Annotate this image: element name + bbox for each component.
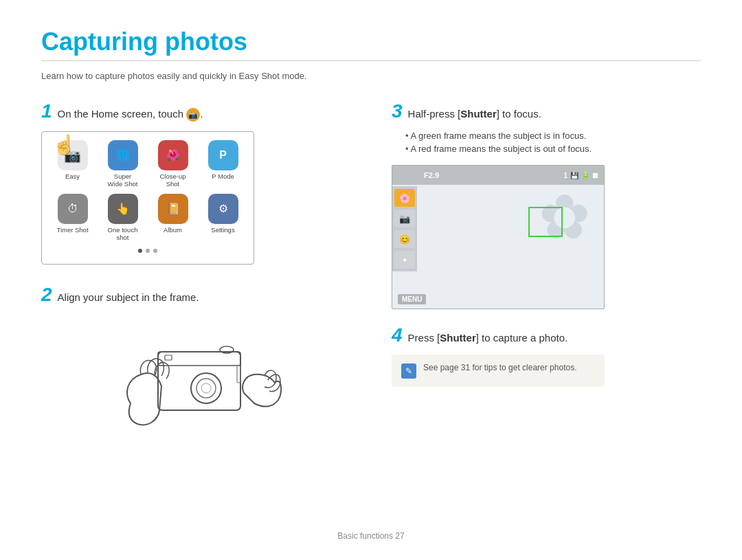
vf-topbar-right: 1 💾 🔋 ▦: [563, 172, 598, 179]
album-icon-img: 📔: [166, 202, 180, 215]
settings-icon-img: ⚙: [218, 202, 228, 215]
easy-label: Easy: [65, 172, 80, 180]
pmode-label: P Mode: [212, 172, 234, 180]
icon-album-box: 📔: [158, 194, 188, 224]
page-subtitle: Learn how to capture photos easily and q…: [41, 71, 701, 81]
note-icon: ✎: [401, 363, 416, 379]
icon-album: 📔 Album: [149, 194, 196, 242]
icon-settings-box: ⚙: [208, 194, 238, 224]
vf-card-icon: 💾: [570, 172, 578, 179]
finger-icon: ☝: [52, 133, 76, 157]
icon-timer-box: ⏱: [58, 194, 88, 224]
icon-easy: 📷 ☝ Easy: [49, 140, 96, 188]
icon-closeup-box: 🌺: [158, 140, 188, 170]
step3-heading: 3 Half-press [Shutter] to focus.: [392, 102, 701, 121]
icon-easy-box: 📷 ☝: [58, 140, 88, 170]
bullet-green: A green frame means the subject is in fo…: [405, 131, 701, 141]
page-footer: Basic functions 27: [0, 531, 742, 541]
page-container: Capturing photos Learn how to capture ph…: [0, 0, 742, 458]
step4-heading: 4 Press [Shutter] to capture a photo.: [392, 326, 701, 345]
dot-1: [138, 249, 142, 253]
footer-text: Basic functions 27: [337, 531, 404, 541]
onetouch-label: One touchshot: [108, 226, 138, 242]
icon-settings: ⚙ Settings: [199, 194, 247, 242]
svg-point-2: [191, 373, 221, 403]
step2-text: Align your subject in the frame.: [58, 291, 199, 303]
super-label: SuperWide Shot: [108, 172, 138, 188]
closeup-label: Close-upShot: [159, 172, 186, 188]
step3-bullets: A green frame means the subject is in fo…: [405, 131, 701, 154]
vf-menu-button: MENU: [398, 294, 426, 304]
svg-point-4: [201, 383, 211, 393]
vf-focus-frame: [528, 207, 563, 237]
bullet-red: A red frame means the subject is out of …: [405, 144, 701, 154]
vf-icon-flower: 🌸: [394, 189, 415, 207]
note-box: ✎ See page 31 for tips to get clearer ph…: [392, 355, 605, 387]
icon-pmode: P P Mode: [199, 140, 247, 188]
right-column: 3 Half-press [Shutter] to focus. A green…: [392, 102, 701, 438]
closeup-icon-img: 🌺: [166, 148, 180, 161]
vf-icon-camera: 📷: [394, 210, 415, 227]
step4-section: 4 Press [Shutter] to capture a photo. ✎ …: [392, 326, 701, 387]
super-icon-img: 🌐: [116, 148, 130, 161]
content-columns: 1 On the Home screen, touch 📷. 📷 ☝ Easy: [41, 102, 701, 438]
album-label: Album: [164, 226, 182, 234]
svg-rect-5: [165, 355, 172, 360]
left-column: 1 On the Home screen, touch 📷. 📷 ☝ Easy: [41, 102, 350, 438]
note-text: See page 31 for tips to get clearer phot…: [423, 363, 576, 372]
step1-heading: 1 On the Home screen, touch 📷.: [41, 102, 350, 122]
icon-timer: ⏱ Timer Shot: [49, 194, 96, 242]
step2-heading: 2 Align your subject in the frame.: [41, 285, 350, 304]
onetouch-icon-img: 👆: [116, 202, 130, 215]
step4-text: Press [Shutter] to capture a photo.: [408, 332, 568, 344]
step1-text: On the Home screen, touch 📷.: [58, 108, 203, 122]
camera-app-icon: 📷: [186, 108, 200, 122]
vf-menubar: MENU: [392, 289, 604, 309]
vf-sidebar: 🌸 📷 😊 ✦: [392, 186, 417, 271]
vf-icon-face: 😊: [394, 230, 415, 248]
dot-2: [146, 249, 150, 253]
icon-super: 🌐 SuperWide Shot: [99, 140, 146, 188]
icon-grid: 📷 ☝ Easy 🌐 SuperWide Shot 🌺: [49, 140, 247, 242]
step2-number: 2: [41, 285, 52, 304]
settings-label: Settings: [211, 226, 234, 234]
icon-onetouch: 👆 One touchshot: [99, 194, 146, 242]
page-title: Capturing photos: [41, 27, 701, 56]
step1-number: 1: [41, 102, 52, 121]
step2-section: 2 Align your subject in the frame.: [41, 285, 350, 438]
icon-pmode-box: P: [208, 140, 238, 170]
icon-onetouch-box: 👆: [108, 194, 138, 224]
step4-number: 4: [392, 326, 403, 345]
vf-battery-icon: 🔋: [581, 172, 589, 179]
dot-3: [153, 249, 157, 253]
home-screen-mockup: 📷 ☝ Easy 🌐 SuperWide Shot 🌺: [41, 131, 254, 265]
icon-super-box: 🌐: [108, 140, 138, 170]
viewfinder-mockup: F2.9 1 💾 🔋 ▦ 🌸 📷 😊 ✦ ✿: [392, 165, 605, 309]
timer-label: Timer Shot: [56, 226, 88, 234]
vf-topbar: F2.9 1 💾 🔋 ▦: [392, 166, 604, 185]
svg-point-3: [196, 379, 216, 398]
vf-icon-effect: ✦: [394, 251, 415, 269]
step3-number: 3: [392, 102, 403, 121]
dots-pagination: [49, 249, 247, 253]
timer-icon-img: ⏱: [67, 202, 78, 215]
icon-closeup: 🌺 Close-upShot: [149, 140, 196, 188]
vf-shot-count: 1: [563, 172, 567, 179]
camera-hand-illustration: [110, 314, 282, 438]
vf-aperture: F2.9: [424, 171, 439, 179]
title-divider: [41, 60, 701, 61]
svg-rect-1: [158, 352, 240, 366]
pmode-icon-img: P: [219, 148, 227, 161]
step3-text: Half-press [Shutter] to focus.: [408, 108, 541, 120]
vf-extra-icon: ▦: [592, 172, 598, 179]
